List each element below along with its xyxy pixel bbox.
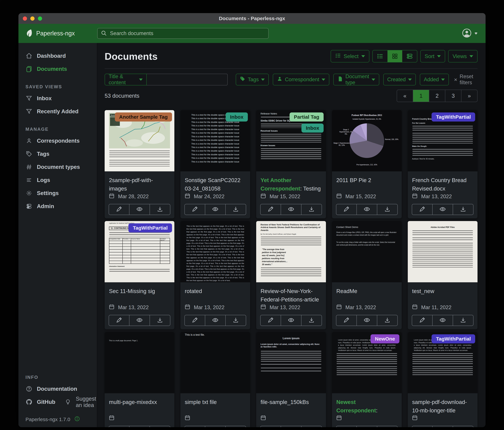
added-filter-button[interactable]: Added	[420, 74, 449, 85]
tag-badge[interactable]: Inbox	[226, 112, 248, 122]
search-input[interactable]	[110, 30, 265, 37]
document-type-filter-button[interactable]: Document type	[333, 74, 379, 85]
document-card[interactable]: Inbox This is a test for the double spac…	[180, 110, 250, 218]
edit-button[interactable]	[336, 204, 357, 215]
edit-button[interactable]	[185, 426, 205, 427]
document-thumbnail[interactable]: NewOne Lorem ipsum dolor sit amet, conse…	[332, 332, 402, 393]
sort-button[interactable]: Sort	[420, 50, 445, 62]
document-title[interactable]: ReadMe	[332, 282, 402, 303]
edit-button[interactable]	[109, 204, 129, 215]
document-title[interactable]: Sonstige ScanPC2022 03-24_081058	[180, 171, 250, 192]
sidebar-item-github[interactable]: GitHub	[26, 395, 55, 409]
user-menu[interactable]	[462, 28, 478, 38]
pagination-prev-button[interactable]: «	[397, 90, 413, 102]
edit-button[interactable]	[185, 204, 205, 215]
created-filter-button[interactable]: Created	[383, 74, 416, 85]
document-thumbnail[interactable]: Partial TagInbox Release NotesSimba ODBC…	[256, 110, 326, 171]
view-button[interactable]	[357, 426, 377, 427]
grid-view-button[interactable]	[387, 50, 402, 62]
document-card[interactable]: TagWithPartial Application for Medical S…	[105, 221, 174, 329]
zoom-window-button[interactable]	[38, 17, 42, 21]
document-thumbnail[interactable]: TagWithPartial French Country BreadFor t…	[408, 110, 477, 171]
edit-button[interactable]	[412, 315, 432, 326]
download-button[interactable]	[226, 204, 246, 215]
sidebar-item-suggest-idea[interactable]: Suggest an idea	[64, 395, 96, 409]
view-button[interactable]	[205, 426, 226, 427]
download-button[interactable]	[377, 315, 397, 326]
tag-badge[interactable]: TagWithPartial	[432, 112, 475, 122]
sidebar-item-documentation[interactable]: Documentation	[26, 382, 94, 395]
document-card[interactable]: NewOne Lorem ipsum dolor sit amet, conse…	[332, 332, 402, 427]
document-title[interactable]: Newest Correspondent: f_combineds	[332, 393, 402, 414]
document-card[interactable]: Another Sample Tag Boundary Waters Trip …	[105, 110, 174, 218]
document-thumbnail[interactable]: This is the text that appears on the fir…	[180, 221, 250, 282]
tag-badge[interactable]: NewOne	[370, 334, 399, 343]
document-card[interactable]: Contact Sheet DemoGiven a set of image f…	[332, 221, 402, 329]
document-thumbnail[interactable]: TagWithPartial Lorem ipsum dolor sit ame…	[408, 332, 477, 393]
brand[interactable]: Paperless-ngx	[18, 29, 97, 38]
close-window-button[interactable]	[23, 17, 27, 21]
edit-button[interactable]	[261, 315, 281, 326]
document-thumbnail[interactable]: Review of New York Federal Petitions for…	[256, 221, 326, 282]
document-title[interactable]: simple txt file	[180, 393, 250, 414]
download-button[interactable]	[226, 426, 246, 427]
document-thumbnail[interactable]: Another Sample Tag Boundary Waters Trip	[105, 110, 174, 171]
document-title[interactable]: Sec 11-Missing sig	[105, 282, 174, 303]
view-button[interactable]	[432, 315, 453, 326]
download-button[interactable]	[301, 315, 322, 326]
document-title[interactable]: Yet Another Correspondent: Testing Email	[256, 171, 326, 192]
sidebar-item-inbox[interactable]: Inbox	[26, 92, 94, 105]
download-button[interactable]	[301, 426, 322, 427]
tag-badge[interactable]: TagWithPartial	[432, 334, 475, 343]
view-button[interactable]	[205, 204, 226, 215]
edit-button[interactable]	[109, 315, 129, 326]
document-card[interactable]: This is a test file. simple txt file	[180, 332, 250, 427]
correspondent-link[interactable]: Yet Another Correspondent	[261, 177, 300, 192]
sidebar-item-tags[interactable]: Tags	[26, 147, 94, 160]
document-thumbnail[interactable]: Patient BP Distribution 2011Normal, 150,…	[332, 110, 402, 171]
view-button[interactable]	[357, 315, 377, 326]
title-content-dropdown[interactable]: Title & content	[105, 74, 147, 85]
sidebar-item-settings[interactable]: Settings	[26, 187, 94, 200]
document-thumbnail[interactable]: TagWithPartial Application for Medical S…	[105, 221, 174, 282]
view-button[interactable]	[357, 204, 377, 215]
sidebar-item-logs[interactable]: Logs	[26, 174, 94, 187]
document-title[interactable]: Review-of-New-York-Federal-Petitions-art…	[256, 282, 326, 303]
download-button[interactable]	[377, 426, 397, 427]
detail-view-button[interactable]	[402, 50, 417, 62]
edit-button[interactable]	[185, 315, 205, 326]
download-button[interactable]	[150, 426, 170, 427]
edit-button[interactable]	[412, 426, 432, 427]
document-card[interactable]: This is a multi page document. Page 1. m…	[105, 332, 174, 427]
edit-button[interactable]	[336, 315, 357, 326]
edit-button[interactable]	[261, 204, 281, 215]
document-card[interactable]: Lorem ipsumLorem ipsum dolor sit amet, c…	[256, 332, 326, 427]
view-button[interactable]	[281, 315, 301, 326]
pagination-page-2[interactable]: 2	[429, 90, 445, 102]
view-button[interactable]	[129, 204, 150, 215]
document-thumbnail[interactable]: This is a multi page document. Page 1.	[105, 332, 174, 393]
document-card[interactable]: Patient BP Distribution 2011Normal, 150,…	[332, 110, 402, 218]
correspondent-link[interactable]: Newest Correspondent	[336, 399, 376, 413]
reset-filters-button[interactable]: × Reset filters	[454, 74, 477, 86]
document-title[interactable]: 2sample-pdf-with-images	[105, 171, 174, 192]
download-button[interactable]	[453, 204, 473, 215]
download-button[interactable]	[453, 315, 473, 326]
edit-button[interactable]	[336, 426, 357, 427]
tag-badge[interactable]: Partial Tag	[289, 112, 324, 122]
edit-button[interactable]	[109, 426, 129, 427]
document-card[interactable]: Review of New York Federal Petitions for…	[256, 221, 326, 329]
document-title[interactable]: multi-page-mixedxx	[105, 393, 174, 414]
view-button[interactable]	[432, 426, 453, 427]
document-card[interactable]: TagWithPartial Lorem ipsum dolor sit ame…	[408, 332, 477, 427]
view-button[interactable]	[129, 315, 150, 326]
tag-badge[interactable]: TagWithPartial	[128, 223, 172, 233]
document-title[interactable]: test_new	[408, 282, 477, 303]
view-button[interactable]	[432, 204, 453, 215]
download-button[interactable]	[226, 315, 246, 326]
list-view-button[interactable]	[373, 50, 387, 62]
document-card[interactable]: TagWithPartial French Country BreadFor t…	[408, 110, 477, 218]
document-card[interactable]: This is the text that appears on the fir…	[180, 221, 250, 329]
correspondent-filter-button[interactable]: Correspondent	[273, 74, 329, 85]
tags-filter-button[interactable]: Tags	[236, 74, 269, 85]
